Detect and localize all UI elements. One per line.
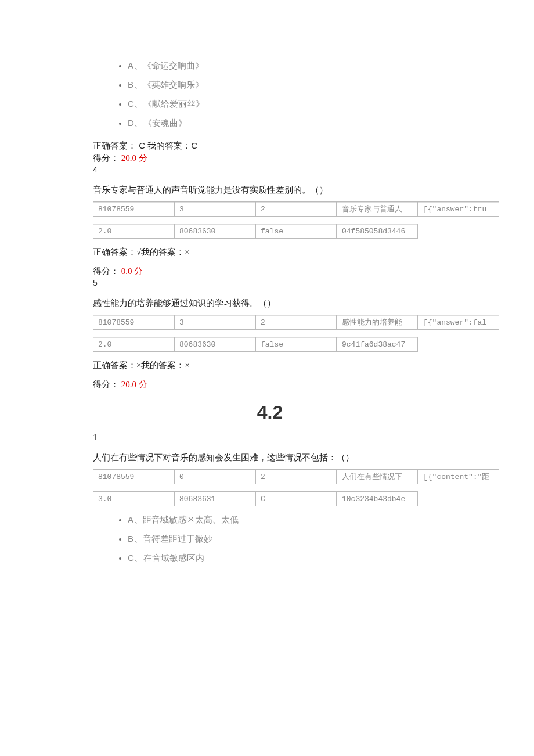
q4-score-line: 得分： 0.0 分	[93, 266, 447, 277]
cell: 81078559	[93, 315, 174, 330]
table-row: 3.0 80683631 C 10c3234b43db4e	[93, 491, 418, 506]
cell: [{"content":"距	[418, 469, 499, 484]
my-answer-label: 我的答案：	[147, 141, 191, 150]
cell: 3.0	[93, 491, 174, 506]
document-page: A、《命运交响曲》 B、《英雄交响乐》 C、《献给爱丽丝》 D、《安魂曲》 正确…	[0, 0, 534, 610]
q3-score-line: 得分： 20.0 分	[93, 153, 447, 164]
score-unit: 分	[139, 380, 147, 389]
cell: 0	[174, 469, 255, 484]
correct-answer-label: 正确答案：	[93, 247, 136, 257]
q4-number: 4	[93, 165, 447, 174]
cell: 80683631	[174, 491, 255, 506]
table-row: 81078559 3 2 音乐专家与普通人 [{"answer":tru	[93, 201, 499, 217]
q5-table-2: 2.0 80683630 false 9c41fa6d38ac47	[93, 337, 418, 352]
table-row: 2.0 80683630 false 9c41fa6d38ac47	[93, 337, 418, 352]
q4-text: 音乐专家与普通人的声音听觉能力是没有实质性差别的。（）	[93, 185, 447, 196]
option-text: 音符差距过于微妙	[143, 534, 212, 543]
q3-option-d: D、《安魂曲》	[128, 118, 447, 129]
my-answer-label: 我的答案：	[141, 361, 185, 370]
q3-answer-line: 正确答案： C 我的答案：C	[93, 141, 447, 152]
my-answer-value: C	[191, 141, 197, 150]
s1-text: 人们在有些情况下对音乐的感知会发生困难，这些情况不包括：（）	[93, 452, 447, 463]
correct-answer-label: 正确答案：	[93, 141, 136, 150]
option-letter: B、	[128, 80, 143, 89]
cell: 感性能力的培养能	[337, 315, 418, 330]
q4-table-1: 81078559 3 2 音乐专家与普通人 [{"answer":tru	[93, 201, 499, 217]
s1-table-1: 81078559 0 2 人们在有些情况下 [{"content":"距	[93, 469, 499, 484]
score-label: 得分：	[93, 267, 119, 276]
s1-option-b: B、音符差距过于微妙	[128, 534, 447, 545]
option-letter: A、	[128, 60, 143, 70]
cell: 3	[174, 201, 255, 217]
s1-option-c: C、在音域敏感区内	[128, 553, 447, 564]
option-text: 《英雄交响乐》	[143, 80, 204, 89]
score-value: 20.0	[119, 153, 139, 163]
correct-answer-label: 正确答案：	[93, 361, 136, 370]
my-answer-value: ×	[185, 361, 189, 370]
cell: C	[255, 491, 337, 506]
q5-table-1: 81078559 3 2 感性能力的培养能 [{"answer":fal	[93, 315, 499, 330]
score-label: 得分：	[93, 153, 119, 163]
option-text: 距音域敏感区太高、太低	[143, 515, 239, 524]
cell: 2.0	[93, 337, 174, 352]
cell: 9c41fa6d38ac47	[337, 337, 418, 352]
cell: 10c3234b43db4e	[337, 491, 418, 506]
cell: false	[255, 224, 337, 239]
cell: [{"answer":fal	[418, 315, 499, 330]
cell: 04f585058d3446	[337, 224, 418, 239]
my-answer-label: 我的答案：	[141, 247, 185, 257]
q4-answer-line: 正确答案：√我的答案：×	[93, 247, 447, 258]
cell: 2	[255, 315, 337, 330]
table-row: 81078559 0 2 人们在有些情况下 [{"content":"距	[93, 469, 499, 484]
correct-answer-value: C	[136, 141, 147, 150]
q4-table-2: 2.0 80683630 false 04f585058d3446	[93, 224, 418, 239]
option-letter: D、	[128, 118, 143, 128]
q5-number: 5	[93, 278, 447, 287]
q5-score-line: 得分： 20.0 分	[93, 379, 447, 390]
q3-option-c: C、《献给爱丽丝》	[128, 99, 447, 110]
option-letter: C、	[128, 553, 143, 563]
option-text: 《献给爱丽丝》	[143, 99, 204, 109]
cell: 80683630	[174, 337, 255, 352]
score-unit: 分	[139, 153, 147, 163]
s1-option-a: A、距音域敏感区太高、太低	[128, 514, 447, 525]
cell: false	[255, 337, 337, 352]
s1-table-2: 3.0 80683631 C 10c3234b43db4e	[93, 491, 418, 506]
cell: 2	[255, 201, 337, 217]
table-row: 81078559 3 2 感性能力的培养能 [{"answer":fal	[93, 315, 499, 330]
option-text: 《命运交响曲》	[143, 61, 204, 70]
cell: 81078559	[93, 201, 174, 217]
cell: 80683630	[174, 224, 255, 239]
option-text: 在音域敏感区内	[143, 553, 204, 563]
q5-answer-line: 正确答案：×我的答案：×	[93, 360, 447, 371]
s1-options: A、距音域敏感区太高、太低 B、音符差距过于微妙 C、在音域敏感区内	[93, 514, 447, 564]
cell: 音乐专家与普通人	[337, 201, 418, 217]
cell: 81078559	[93, 469, 174, 484]
score-unit: 分	[134, 267, 143, 276]
option-letter: C、	[128, 99, 143, 109]
cell: [{"answer":tru	[418, 201, 499, 217]
score-value: 20.0	[119, 380, 139, 389]
table-row: 2.0 80683630 false 04f585058d3446	[93, 224, 418, 239]
section-heading: 4.2	[93, 402, 447, 423]
score-value: 0.0	[119, 267, 134, 276]
s1-number: 1	[93, 433, 447, 442]
cell: 2.0	[93, 224, 174, 239]
score-label: 得分：	[93, 380, 119, 389]
option-text: 《安魂曲》	[143, 118, 187, 128]
cell: 3	[174, 315, 255, 330]
q5-text: 感性能力的培养能够通过知识的学习获得。（）	[93, 298, 447, 309]
correct-answer-value: √	[136, 247, 141, 257]
cell: 2	[255, 469, 337, 484]
q3-option-b: B、《英雄交响乐》	[128, 80, 447, 91]
my-answer-value: ×	[185, 247, 189, 257]
option-letter: A、	[128, 514, 143, 524]
q3-option-a: A、《命运交响曲》	[128, 60, 447, 71]
option-letter: B、	[128, 534, 143, 543]
cell: 人们在有些情况下	[337, 469, 418, 484]
q3-options: A、《命运交响曲》 B、《英雄交响乐》 C、《献给爱丽丝》 D、《安魂曲》	[93, 60, 447, 129]
